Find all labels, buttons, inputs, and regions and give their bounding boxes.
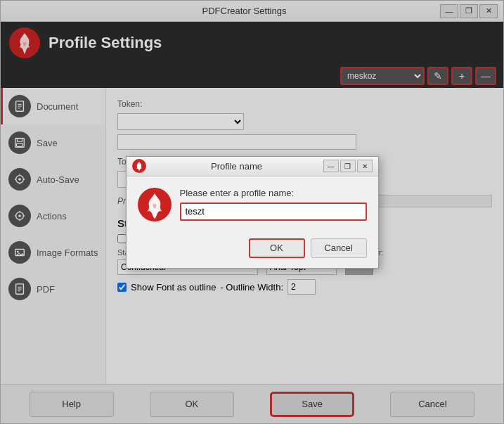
main-window: PDFCreator Settings — ❐ ✕ Profile Settin… — [0, 0, 504, 424]
dialog-title-controls: — ❐ ✕ — [323, 160, 373, 172]
profile-name-dialog: Profile name — ❐ ✕ Please enter — [126, 156, 379, 269]
dialog-body: Please enter a profile name: — [127, 176, 378, 233]
dialog-profile-name-input[interactable] — [180, 203, 367, 221]
dialog-logo — [138, 188, 172, 221]
dialog-title: Profile name — [150, 161, 323, 172]
dialog-overlay: Profile name — ❐ ✕ Please enter — [1, 1, 503, 423]
dialog-ok-button[interactable]: OK — [249, 238, 305, 258]
dialog-title-bar: Profile name — ❐ ✕ — [127, 157, 378, 176]
dialog-close-button[interactable]: ✕ — [357, 160, 373, 172]
dialog-cancel-button[interactable]: Cancel — [311, 238, 367, 258]
dialog-restore-button[interactable]: ❐ — [340, 160, 356, 172]
dialog-minimize-button[interactable]: — — [323, 160, 339, 172]
dialog-form: Please enter a profile name: — [180, 188, 367, 221]
dialog-buttons: OK Cancel — [127, 233, 378, 268]
dialog-prompt: Please enter a profile name: — [180, 188, 367, 198]
